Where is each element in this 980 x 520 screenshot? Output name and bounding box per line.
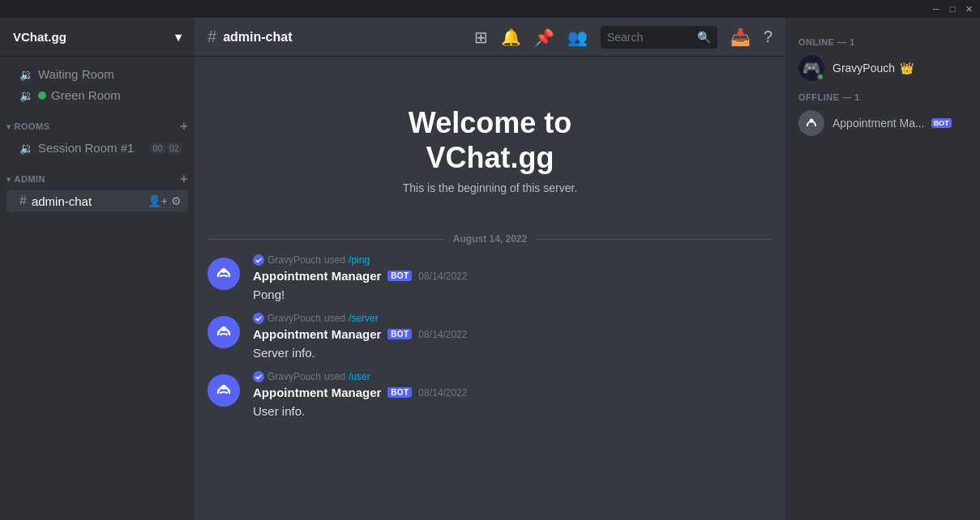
svg-point-9: [803, 115, 820, 131]
subtext-user-1: GravyPouch: [267, 254, 321, 266]
svg-point-8: [253, 371, 264, 382]
bot-badge-3: BOT: [387, 387, 412, 398]
add-room-button[interactable]: +: [180, 119, 188, 134]
message-header-2: Appointment Manager BOT 08/14/2022: [253, 327, 772, 341]
channel-name-admin-chat: admin-chat: [32, 194, 143, 208]
category-label-admin: ADMIN: [15, 174, 46, 184]
message-avatar-3: [208, 374, 240, 407]
bell-icon-btn[interactable]: 🔔: [501, 28, 521, 47]
member-appointment-manager[interactable]: Appointment Ma... BOT: [792, 105, 974, 141]
message-author-1: Appointment Manager: [253, 269, 381, 283]
hash-icon-admin-chat: #: [19, 194, 27, 208]
close-button[interactable]: ✕: [964, 4, 974, 14]
server-header[interactable]: VChat.gg ▾: [0, 18, 195, 57]
member-name-gravypouch: GravyPouch: [832, 62, 895, 75]
channel-header-hash-icon: #: [208, 28, 216, 46]
channel-header-name: admin-chat: [223, 30, 292, 45]
member-avatar-appointment: [798, 110, 824, 136]
channel-waiting-room[interactable]: 🔉 Waiting Room: [6, 64, 188, 84]
header-actions: ⊞ 🔔 📌 👥 🔍 📥 ?: [474, 26, 772, 49]
offline-section-header: OFFLINE — 1: [792, 86, 974, 105]
online-section-header: ONLINE — 1: [792, 31, 974, 50]
speaker-icon: 🔉: [19, 68, 33, 81]
subtext-action-2: used: [324, 313, 345, 324]
crown-icon: 👑: [900, 62, 914, 75]
message-group-3: GravyPouch used /user Appointment Manage…: [195, 368, 785, 423]
welcome-subtitle: This is the beginning of this server.: [211, 181, 769, 194]
bot-badge-1: BOT: [387, 271, 412, 281]
appointment-avatar-img: [798, 110, 824, 136]
pin-icon-btn[interactable]: 📌: [534, 28, 554, 47]
channel-admin-chat[interactable]: # admin-chat 👤+ ⚙: [6, 190, 188, 211]
svg-point-3: [212, 321, 235, 343]
subtext-action-1: used: [324, 254, 345, 266]
voice-badge: 00 02: [151, 143, 182, 154]
message-content-2: Server info.: [253, 344, 772, 361]
date-divider: August 14, 2022: [195, 227, 785, 251]
help-icon-btn[interactable]: ?: [764, 28, 772, 46]
settings-button[interactable]: ⚙: [171, 194, 182, 207]
message-header-3: Appointment Manager BOT 08/14/2022: [253, 386, 772, 399]
svg-point-10: [810, 119, 814, 123]
titlebar: ─ □ ✕: [0, 0, 980, 18]
category-label-rooms: ROOMS: [15, 121, 50, 131]
message-author-2: Appointment Manager: [253, 327, 381, 341]
sidebar: VChat.gg ▾ 🔉 Waiting Room 🔉 Green Room ▾…: [0, 18, 195, 520]
green-dot-icon: [38, 92, 46, 100]
member-name-appointment: Appointment Ma...: [832, 117, 925, 130]
category-admin[interactable]: ▾ ADMIN +: [0, 159, 195, 190]
main-content: # admin-chat ⊞ 🔔 📌 👥 🔍 📥 ? Welcome toVCh…: [195, 18, 785, 520]
welcome-section: Welcome toVChat.gg This is the beginning…: [195, 57, 785, 227]
sidebar-channel-list: 🔉 Waiting Room 🔉 Green Room ▾ ROOMS + 🔉 …: [0, 57, 195, 520]
category-rooms[interactable]: ▾ ROOMS +: [0, 106, 195, 137]
search-icon: 🔍: [697, 31, 711, 44]
channel-name-green-room: Green Room: [51, 88, 182, 102]
message-subtext-3: GravyPouch used /user: [253, 371, 772, 382]
search-input[interactable]: [607, 31, 694, 44]
message-header-1: Appointment Manager BOT 08/14/2022: [253, 269, 772, 283]
bot-tag-appointment: BOT: [931, 118, 952, 128]
message-group-1: GravyPouch used /ping Appointment Manage…: [195, 251, 785, 306]
invite-member-button[interactable]: 👤+: [148, 194, 168, 207]
maximize-button[interactable]: □: [948, 4, 957, 14]
channel-actions: 👤+ ⚙: [148, 194, 182, 207]
search-bar[interactable]: 🔍: [601, 26, 717, 49]
message-timestamp-1: 08/14/2022: [418, 271, 467, 282]
inbox-icon-btn[interactable]: 📥: [730, 28, 751, 47]
channel-green-room[interactable]: 🔉 Green Room: [6, 85, 188, 105]
category-arrow-admin: ▾: [6, 175, 11, 184]
svg-point-1: [221, 268, 226, 273]
server-dropdown-icon: ▾: [175, 30, 182, 45]
welcome-title: Welcome toVChat.gg: [211, 105, 769, 175]
bot-badge-2: BOT: [387, 329, 412, 339]
hashtag-icon-btn[interactable]: ⊞: [474, 28, 488, 47]
voice-count-right: 02: [167, 143, 182, 154]
subtext-user-3: GravyPouch: [267, 371, 321, 382]
subtext-action-3: used: [324, 371, 345, 382]
message-content-3: User info.: [253, 403, 772, 420]
channel-session-room-1[interactable]: 🔉 Session Room #1 00 02: [6, 138, 188, 158]
message-content-1: Pong!: [253, 286, 772, 303]
minimize-button[interactable]: ─: [931, 4, 941, 14]
subtext-user-2: GravyPouch: [267, 313, 321, 324]
message-group-2: GravyPouch used /server Appointment Mana…: [195, 309, 785, 364]
svg-point-2: [253, 254, 264, 266]
date-divider-text: August 14, 2022: [453, 233, 527, 245]
subtext-command-1: /ping: [349, 254, 370, 266]
members-icon-btn[interactable]: 👥: [567, 28, 588, 47]
speaker-icon-session: 🔉: [19, 142, 33, 155]
subtext-command-2: /server: [349, 313, 379, 324]
member-info-appointment: Appointment Ma... BOT: [832, 117, 952, 130]
voice-count-left: 00: [151, 143, 165, 154]
member-gravypouch[interactable]: 🎮 GravyPouch 👑: [792, 50, 974, 86]
server-name: VChat.gg: [13, 30, 66, 44]
message-subtext-2: GravyPouch used /server: [253, 313, 772, 324]
svg-point-7: [221, 385, 226, 390]
add-admin-button[interactable]: +: [180, 172, 188, 186]
channel-name-session-room-1: Session Room #1: [38, 141, 146, 155]
member-info-gravypouch: GravyPouch 👑: [832, 62, 914, 75]
svg-point-0: [212, 262, 235, 285]
member-avatar-gravypouch: 🎮: [798, 55, 824, 81]
members-sidebar: ONLINE — 1 🎮 GravyPouch 👑 OFFLINE — 1 Ap…: [785, 18, 980, 520]
channel-header: # admin-chat ⊞ 🔔 📌 👥 🔍 📥 ?: [195, 18, 785, 57]
